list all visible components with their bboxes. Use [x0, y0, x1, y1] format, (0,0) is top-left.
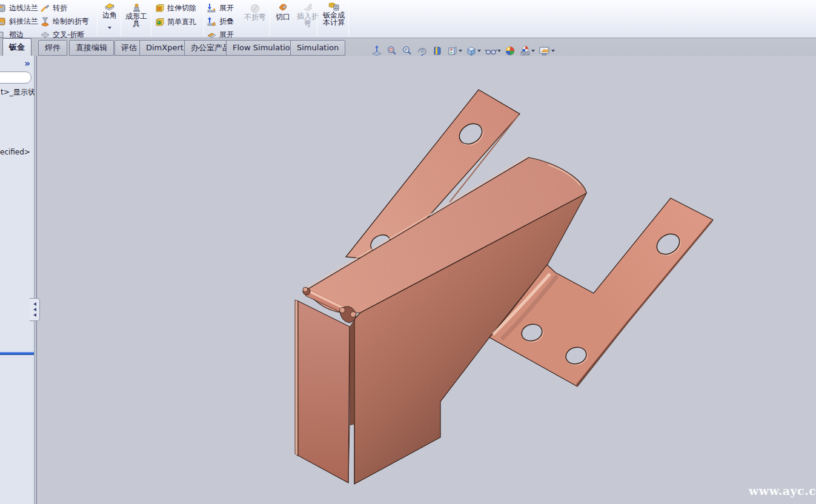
zoom-in-out-button[interactable] — [400, 44, 414, 58]
tab-sheet-metal[interactable]: 钣金 — [2, 38, 32, 56]
simple-hole-button[interactable]: 简单直孔 — [154, 16, 196, 28]
forming-tool-label: 成形工具 — [124, 13, 148, 27]
left-panel-face — [298, 301, 350, 483]
view-orientation-dropdown-arrow-icon — [459, 50, 462, 52]
collapse-arrow-icon — [33, 313, 36, 317]
sketched-bend-icon — [40, 16, 50, 27]
panel-slit-gap-edges — [348, 424, 354, 484]
zoom-in-out-icon — [401, 45, 413, 57]
corner-button[interactable]: 边角 — [99, 1, 121, 29]
extruded-cut-icon — [154, 3, 165, 13]
fold-button[interactable]: 折叠 — [207, 15, 234, 27]
tab-dimxpert[interactable]: DimXpert — [139, 40, 190, 56]
miter-flange-label: 斜接法兰 — [9, 18, 38, 25]
extruded-cut-button[interactable]: 拉伸切除 — [154, 2, 196, 14]
insert-bends-label: 插入折弯 — [296, 13, 319, 27]
tab-weldments[interactable]: 焊件 — [38, 40, 67, 56]
zoom-to-fit-button[interactable] — [370, 44, 384, 58]
miter-flange-button[interactable]: 斜接法兰 — [0, 15, 38, 27]
fold-icon — [207, 16, 217, 27]
panel-collapse-chevron[interactable]: » — [24, 58, 30, 69]
simple-hole-label: 简单直孔 — [167, 18, 196, 25]
edit-appearance-button[interactable] — [503, 44, 517, 58]
toolbar-separator — [97, 2, 98, 36]
hem-left-cap — [303, 287, 308, 292]
feature-tree-filter-input[interactable] — [0, 71, 32, 84]
rip-label: 切口 — [276, 14, 290, 21]
view-orientation-icon — [446, 45, 459, 57]
rotate-view-button[interactable] — [415, 44, 430, 58]
corner-dropdown-arrow-icon[interactable] — [108, 27, 111, 29]
cross-break-icon — [40, 30, 50, 40]
flatten-icon — [207, 30, 217, 40]
sheet-metal-part[interactable] — [295, 90, 713, 484]
jog-icon — [40, 3, 50, 13]
cross-break-label: 交叉-折断 — [53, 31, 84, 38]
tab-direct-editing[interactable]: 直接编辑 — [69, 40, 114, 56]
left-panel-sliver — [295, 300, 298, 456]
hem-button[interactable]: 褶边 — [0, 28, 24, 41]
flatten-label: 展开 — [219, 31, 234, 38]
insert-bends-icon — [302, 2, 314, 13]
sheet-metal-cost-label: 钣金成本计算 — [322, 12, 346, 26]
flatten-button[interactable]: 展开 — [207, 28, 234, 41]
no-bends-icon — [250, 3, 260, 14]
unfold-button[interactable]: 展开 — [207, 2, 234, 14]
extruded-cut-label: 拉伸切除 — [167, 4, 196, 12]
panel-splitter-bar[interactable] — [0, 352, 34, 355]
collapse-arrow-icon — [33, 302, 36, 306]
toolbar-separator — [270, 2, 270, 36]
rip-button[interactable]: 切口 — [272, 2, 294, 21]
cross-break-button[interactable]: 交叉-折断 — [40, 28, 84, 41]
toolbar-separator — [204, 2, 204, 36]
fold-label: 折叠 — [219, 18, 234, 25]
view-settings-button[interactable] — [537, 44, 556, 58]
sketched-bend-label: 绘制的折弯 — [53, 18, 89, 25]
hem-end-cap — [340, 308, 345, 313]
hide-show-items-button[interactable] — [483, 44, 502, 58]
display-style-icon — [465, 45, 477, 57]
feature-manager-panel: » t>_显示状 ecified> — [0, 56, 35, 504]
unfold-label: 展开 — [219, 4, 234, 12]
section-view-button[interactable] — [430, 44, 445, 58]
no-bends-label: 不折弯 — [244, 14, 266, 21]
watermark: www.ayc.cn — [749, 484, 816, 497]
corner-label: 边角 — [102, 12, 117, 19]
hem-label: 褶边 — [9, 31, 24, 38]
sheet-metal-cost-button[interactable]: 钣金成本计算 — [320, 1, 348, 26]
apply-scene-button[interactable] — [518, 44, 536, 58]
zoom-to-area-button[interactable] — [385, 44, 399, 58]
sketched-bend-button[interactable]: 绘制的折弯 — [40, 15, 89, 27]
hem-end-cap — [351, 312, 356, 317]
simple-hole-icon — [154, 17, 165, 27]
toolbar-separator — [317, 2, 317, 36]
panel-splitter-handle[interactable] — [30, 298, 40, 321]
no-bends-button[interactable]: 不折弯 — [241, 3, 269, 21]
zoom-to-fit-icon — [371, 45, 383, 57]
sheet-metal-toolbar: 边线法兰 斜接法兰 褶边 转折 绘制的折弯 交叉-折断 边角 — [0, 0, 816, 38]
view-settings-dropdown-arrow-icon — [551, 50, 555, 52]
panel-right-edge — [35, 56, 37, 504]
edge-flange-label: 边线法兰 — [9, 4, 38, 12]
view-settings-icon — [538, 45, 551, 57]
miter-flange-icon — [0, 17, 7, 26]
toolbar-separator — [121, 2, 121, 36]
collapse-arrow-icon — [33, 308, 36, 311]
view-orientation-button[interactable] — [445, 44, 463, 58]
part-canvas — [0, 0, 816, 504]
heads-up-view-toolbar — [370, 44, 556, 58]
hem-icon — [0, 30, 7, 39]
zoom-to-area-icon — [386, 45, 398, 57]
edge-flange-button[interactable]: 边线法兰 — [0, 2, 38, 14]
tab-simulation[interactable]: Simulation — [290, 40, 345, 56]
display-style-button[interactable] — [464, 44, 482, 58]
rotate-view-icon — [416, 45, 428, 57]
toolbar-separator — [348, 2, 349, 36]
material-node-label: ecified> — [0, 148, 30, 156]
toolbar-separator — [151, 2, 151, 36]
apply-scene-icon — [519, 45, 531, 57]
unfold-icon — [207, 3, 217, 13]
jog-button[interactable]: 转折 — [40, 2, 67, 14]
forming-tool-button[interactable]: 成形工具 — [123, 2, 150, 27]
edge-flange-icon — [0, 4, 7, 13]
